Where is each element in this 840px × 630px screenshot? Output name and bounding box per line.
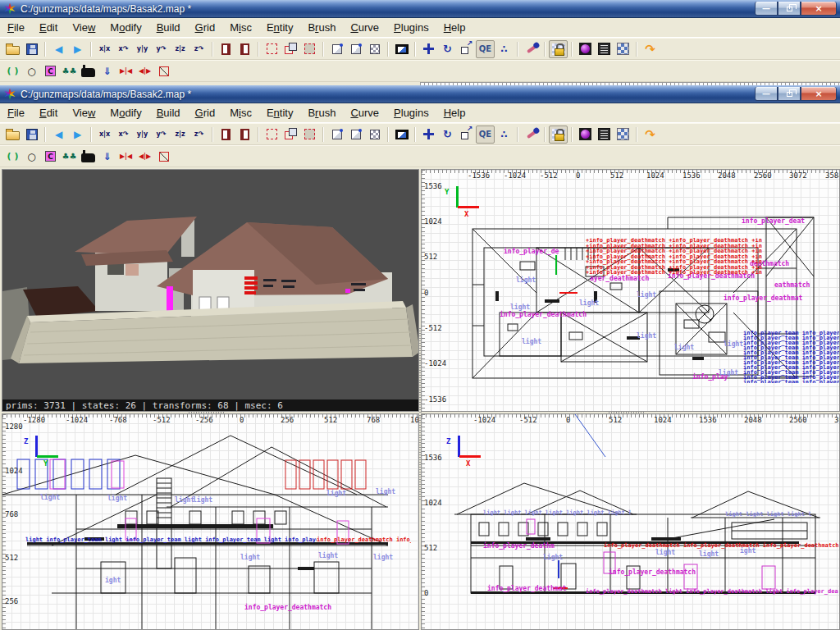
rotate-tool-button[interactable]: ↻ bbox=[438, 126, 457, 144]
entity-connect-button[interactable]: ∴ bbox=[495, 126, 514, 144]
trees-button[interactable]: ♣♣ bbox=[60, 148, 79, 166]
caulk-button[interactable]: C bbox=[41, 148, 60, 166]
camera-viewport[interactable]: prims: 3731 | states: 26 | transforms: 6… bbox=[2, 169, 419, 412]
csg-subtract-button[interactable] bbox=[217, 126, 235, 144]
flip-y-button[interactable]: y|y bbox=[133, 40, 152, 58]
menu-plugins[interactable]: Plugins bbox=[386, 19, 436, 36]
console-button[interactable] bbox=[595, 126, 614, 144]
minimize-button[interactable]: — bbox=[755, 87, 778, 101]
cube-tool-2-button[interactable] bbox=[346, 40, 365, 58]
caulk-button[interactable]: C bbox=[41, 62, 60, 80]
yz-viewport[interactable]: -1280-1024-768-512-256025651276810241280… bbox=[2, 413, 419, 630]
texture-lock-button[interactable] bbox=[549, 126, 568, 144]
redo-button[interactable]: ▶ bbox=[68, 40, 87, 58]
save-button[interactable] bbox=[22, 126, 41, 144]
texture-window-button[interactable] bbox=[614, 126, 632, 144]
polygon-button[interactable]: ○ bbox=[22, 62, 41, 80]
restore-button[interactable] bbox=[778, 2, 801, 16]
polygon-button[interactable]: ○ bbox=[22, 148, 41, 166]
sphere-view-button[interactable] bbox=[576, 40, 595, 58]
cube-tool-button[interactable] bbox=[327, 40, 346, 58]
clone-brush-button[interactable] bbox=[281, 126, 300, 144]
entity-connect-button[interactable]: ∴ bbox=[495, 40, 514, 58]
rotate-tool-button[interactable]: ↻ bbox=[438, 40, 457, 58]
train-button[interactable] bbox=[79, 148, 98, 166]
cube-tool-2-button[interactable] bbox=[346, 126, 365, 144]
texture-view-button[interactable] bbox=[392, 40, 411, 58]
texture-view-button[interactable] bbox=[392, 126, 411, 144]
noclip-button[interactable] bbox=[154, 62, 173, 80]
menu-modify[interactable]: Modify bbox=[103, 104, 148, 121]
scale-tool-button[interactable] bbox=[457, 40, 476, 58]
titlebar[interactable]: C:/gunzmaps/data/maps/Basak2.map * —× bbox=[0, 85, 840, 103]
menu-file[interactable]: File bbox=[0, 19, 32, 36]
scale-tool-button[interactable] bbox=[457, 126, 476, 144]
merge-inward-button[interactable]: ▶|◀ bbox=[116, 148, 135, 166]
flip-x-button[interactable]: x|x bbox=[95, 40, 114, 58]
cube-tool-3-button[interactable] bbox=[365, 40, 384, 58]
restore-button[interactable] bbox=[778, 87, 801, 101]
splitter-grip[interactable] bbox=[189, 412, 225, 414]
menu-misc[interactable]: Misc bbox=[222, 104, 259, 121]
open-button[interactable] bbox=[3, 126, 22, 144]
rotate-x-button[interactable]: x↷ bbox=[114, 40, 133, 58]
close-button[interactable]: × bbox=[801, 2, 837, 16]
menu-plugins[interactable]: Plugins bbox=[386, 104, 436, 121]
undo-button[interactable]: ◀ bbox=[49, 40, 68, 58]
free-rotate-button[interactable]: ( ) bbox=[3, 148, 22, 166]
console-button[interactable] bbox=[595, 40, 614, 58]
drop-entity-button[interactable]: ⇓ bbox=[98, 62, 116, 80]
redo-button[interactable]: ▶ bbox=[68, 126, 87, 144]
menu-entity[interactable]: Entity bbox=[259, 19, 301, 36]
menu-help[interactable]: Help bbox=[436, 104, 473, 121]
menu-grid[interactable]: Grid bbox=[188, 104, 223, 121]
undo-button[interactable]: ◀ bbox=[49, 126, 68, 144]
select-inside-button[interactable] bbox=[300, 126, 319, 144]
qe-tool-button[interactable]: QE bbox=[476, 126, 495, 144]
titlebar[interactable]: C:/gunzmaps/data/maps/Basak2.map * —× bbox=[0, 0, 840, 18]
translate-tool-button[interactable] bbox=[419, 126, 438, 144]
menu-build[interactable]: Build bbox=[149, 104, 188, 121]
qe-tool-button[interactable]: QE bbox=[476, 40, 495, 58]
menu-help[interactable]: Help bbox=[436, 19, 473, 36]
menu-edit[interactable]: Edit bbox=[32, 19, 65, 36]
rotate-x-button[interactable]: x↷ bbox=[114, 126, 133, 144]
split-outward-button[interactable]: ◀|▶ bbox=[135, 148, 154, 166]
menu-edit[interactable]: Edit bbox=[32, 104, 65, 121]
menu-file[interactable]: File bbox=[0, 104, 32, 121]
clone-brush-button[interactable] bbox=[281, 40, 300, 58]
xz-viewport[interactable]: -1024-5120512102415362048256030721536102… bbox=[421, 413, 840, 630]
menu-curve[interactable]: Curve bbox=[343, 104, 386, 121]
csg-subtract-button[interactable] bbox=[217, 40, 235, 58]
select-inside-button[interactable] bbox=[300, 40, 319, 58]
menu-view[interactable]: View bbox=[65, 19, 103, 36]
split-outward-button[interactable]: ◀|▶ bbox=[135, 62, 154, 80]
sphere-view-button[interactable] bbox=[576, 126, 595, 144]
rocket-button[interactable] bbox=[522, 40, 541, 58]
train-button[interactable] bbox=[79, 62, 98, 80]
splitter-grip[interactable] bbox=[419, 328, 422, 414]
rotate-y-button[interactable]: y↷ bbox=[152, 126, 171, 144]
splitter-grip[interactable] bbox=[419, 415, 422, 501]
flip-y-button[interactable]: y|y bbox=[133, 126, 152, 144]
drop-entity-button[interactable]: ⇓ bbox=[98, 148, 116, 166]
close-button[interactable]: × bbox=[801, 87, 837, 101]
merge-inward-button[interactable]: ▶|◀ bbox=[116, 62, 135, 80]
menu-modify[interactable]: Modify bbox=[103, 19, 148, 36]
trees-button[interactable]: ♣♣ bbox=[60, 62, 79, 80]
flip-z-button[interactable]: z|z bbox=[171, 126, 189, 144]
rotate-y-button[interactable]: y↷ bbox=[152, 40, 171, 58]
noclip-button[interactable] bbox=[154, 148, 173, 166]
cube-tool-3-button[interactable] bbox=[365, 126, 384, 144]
csg-merge-button[interactable] bbox=[235, 126, 254, 144]
flip-x-button[interactable]: x|x bbox=[95, 126, 114, 144]
open-button[interactable] bbox=[3, 40, 22, 58]
rotate-z-button[interactable]: z↷ bbox=[189, 126, 208, 144]
menu-brush[interactable]: Brush bbox=[300, 19, 343, 36]
menu-entity[interactable]: Entity bbox=[259, 104, 301, 121]
menu-brush[interactable]: Brush bbox=[300, 104, 343, 121]
translate-tool-button[interactable] bbox=[419, 40, 438, 58]
patch-nudge-button[interactable]: ↷ bbox=[641, 40, 660, 58]
splitter-grip[interactable] bbox=[609, 412, 645, 414]
cube-tool-button[interactable] bbox=[327, 126, 346, 144]
